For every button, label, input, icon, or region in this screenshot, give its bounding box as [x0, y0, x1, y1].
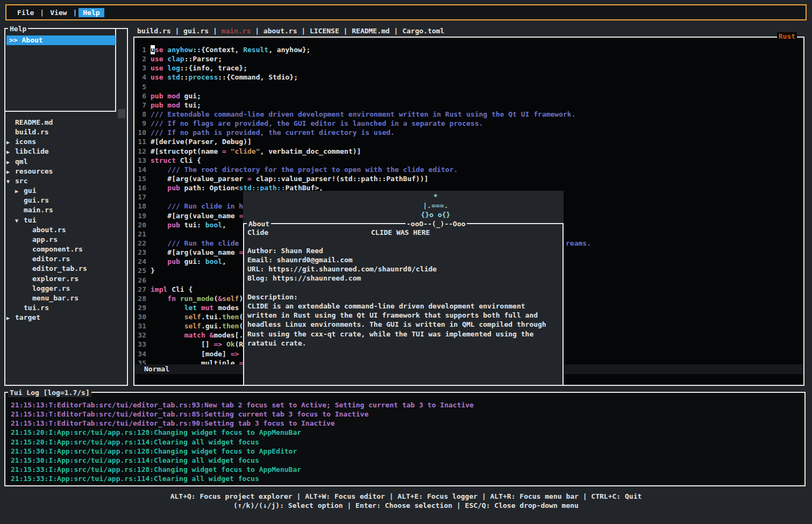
code-line[interactable]: 23 #[arg(value_name = [134, 248, 243, 257]
tree-item-explorer-rs[interactable]: explorer.rs [5, 274, 125, 284]
tree-item-resources[interactable]: ▶resources [5, 167, 125, 176]
about-description-line: headless Linux environments. The GUI is … [247, 320, 546, 329]
code-line[interactable]: 15 #[arg(value_parser = clap::value_pars… [134, 174, 429, 183]
code-line[interactable]: 6pub mod gui; [134, 91, 201, 101]
code-line[interactable]: 14 /// The root directory for the projec… [134, 165, 458, 174]
code-line[interactable]: 28 fn run_mode(&self) [134, 294, 243, 303]
code-line[interactable]: 25} [134, 266, 155, 275]
tree-item-libclide[interactable]: ▶libclide [5, 147, 125, 156]
code-line[interactable]: 1use anyhow::{Context, Result, anyhow}; [134, 45, 310, 54]
line-number: 25 [137, 266, 146, 275]
code-line[interactable]: 2use clap::Parser; [134, 54, 222, 63]
tree-item-main-rs[interactable]: main.rs [5, 205, 125, 215]
code-token: gui: [180, 257, 205, 266]
code-line[interactable]: 9/// If no flags are provided, the GUI e… [134, 119, 483, 128]
text-cursor: u [151, 45, 155, 54]
tree-item-gui[interactable]: ▶gui [5, 186, 125, 196]
code-line[interactable]: 3use log::{info, trace}; [134, 63, 247, 73]
code-line[interactable]: 18 /// Run clide in h [134, 202, 243, 211]
code-token: => [231, 349, 239, 358]
code-line[interactable]: 21 [134, 229, 151, 239]
code-line[interactable]: 10/// If no path is provided, the curren… [134, 128, 395, 137]
code-line[interactable]: 33 [] => Ok(R [134, 340, 243, 349]
line-number: 31 [137, 321, 146, 331]
tab-readme-md[interactable]: README.md [352, 27, 389, 35]
tab-gui-rs[interactable]: gui.rs [183, 27, 209, 35]
tab-license[interactable]: LICENSE [310, 27, 339, 35]
tree-indent [24, 255, 32, 264]
code-line[interactable]: 11#[derive(Parser, Debug)] [134, 137, 252, 146]
code-line[interactable]: 29 let mut modes [134, 303, 239, 312]
tree-item-readme-md[interactable]: README.md [5, 118, 125, 127]
help-menu-option-about[interactable]: >> About [6, 35, 116, 45]
ascii-art: * |.===. {}o o{} [393, 192, 479, 219]
line-number: 33 [137, 340, 146, 349]
code-line[interactable]: 5 [134, 82, 151, 91]
tree-item-build-rs[interactable]: build.rs [5, 127, 125, 137]
line-number: 28 [137, 294, 146, 303]
log-entry-info: 21:15:30:I:App:src/tui/app.rs:114:Cleari… [11, 456, 474, 465]
tree-item-label: README.md [15, 118, 53, 126]
line-number: 14 [137, 165, 146, 174]
code-line[interactable]: 7pub mod tui; [134, 101, 201, 110]
tab-build-rs[interactable]: build.rs [137, 27, 171, 35]
tab-main-rs[interactable]: main.rs [222, 27, 251, 35]
code-line[interactable]: 8/// Extendable command-line driven deve… [134, 110, 576, 119]
line-number: 5 [137, 82, 146, 91]
tree-item-editor-tab-rs[interactable]: editor_tab.rs [5, 264, 125, 274]
explorer-scrollbar-thumb[interactable] [118, 109, 125, 118]
code-line[interactable]: 31 self.gui.then( [134, 321, 243, 331]
line-number: 12 [137, 147, 146, 156]
code-line[interactable]: 12#[structopt(name = "clide", verbatim_d… [134, 147, 361, 156]
code-line[interactable]: 32 match &modes[. [134, 331, 243, 340]
tree-item-app-rs[interactable]: app.rs [5, 235, 125, 245]
tree-item-menu-bar-rs[interactable]: menu_bar.rs [5, 293, 125, 303]
tree-item-gui-rs[interactable]: gui.rs [5, 196, 125, 205]
code-line[interactable]: 13struct Cli { [134, 156, 201, 165]
about-author: Author: Shaun Reed [247, 246, 437, 255]
code-token: Cli { [167, 285, 193, 294]
code-token [151, 239, 167, 248]
tab-about-rs[interactable]: about.rs [263, 27, 297, 35]
line-number: 29 [137, 303, 146, 312]
tab-separator: | [390, 27, 402, 35]
tree-item-about-rs[interactable]: about.rs [5, 225, 125, 235]
code-line[interactable]: 22 /// Run the clide [134, 239, 243, 248]
menu-item-help[interactable]: Help [79, 8, 104, 17]
tree-item-editor-rs[interactable]: editor.rs [5, 254, 125, 264]
tree-item-src[interactable]: ▼src [5, 176, 125, 186]
line-number: 9 [137, 119, 146, 128]
tree-item-label: tui [24, 216, 36, 224]
tree-item-tui-rs[interactable]: tui.rs [5, 303, 125, 313]
tree-item-tui[interactable]: ▼tui [5, 216, 125, 225]
tree-item-target[interactable]: ▶target [5, 313, 125, 322]
code-line[interactable]: 17 [134, 192, 151, 202]
code-line[interactable]: 24 pub gui: bool, [134, 257, 226, 266]
code-line[interactable]: 19 #[arg(value_name = [134, 211, 243, 220]
code-token: => [213, 340, 222, 349]
tree-item-label: explorer.rs [32, 275, 79, 283]
about-blog: Blog: https://shaunreed.com [247, 274, 437, 283]
menu-item-file[interactable]: File [13, 8, 38, 17]
about-description-line: ratatui crate. [247, 339, 546, 348]
code-token: process [188, 73, 218, 82]
code-line[interactable]: 27impl Cli { [134, 285, 193, 294]
menu-item-view[interactable]: View [46, 8, 71, 17]
code-line[interactable]: 20 pub tui: bool, [134, 220, 226, 229]
tree-item-icons[interactable]: ▶icons [5, 137, 125, 147]
editor-tab-bar: build.rs | gui.rs | main.rs | about.rs |… [137, 26, 444, 36]
code-line[interactable]: 34 [mode] => [134, 349, 239, 358]
code-token: impl [151, 285, 167, 294]
line-number: 13 [137, 156, 146, 165]
menu-bar: File|View|Help [5, 4, 807, 20]
tree-item-component-rs[interactable]: component.rs [5, 245, 125, 254]
code-token: log [167, 63, 180, 73]
code-line[interactable]: 26 [134, 276, 151, 285]
code-token: pub [167, 220, 180, 229]
tab-cargo-toml[interactable]: Cargo.toml [402, 27, 444, 35]
code-line[interactable]: 4use std::process::{Command, Stdio}; [134, 73, 298, 82]
code-line[interactable]: 30 self.tui.then( [134, 312, 243, 321]
log-entry-trace: 21:15:13:T:EditorTab:src/tui/editor_tab.… [11, 410, 474, 419]
tree-item-qml[interactable]: ▶qml [5, 157, 125, 167]
tree-item-logger-rs[interactable]: logger.rs [5, 284, 125, 293]
